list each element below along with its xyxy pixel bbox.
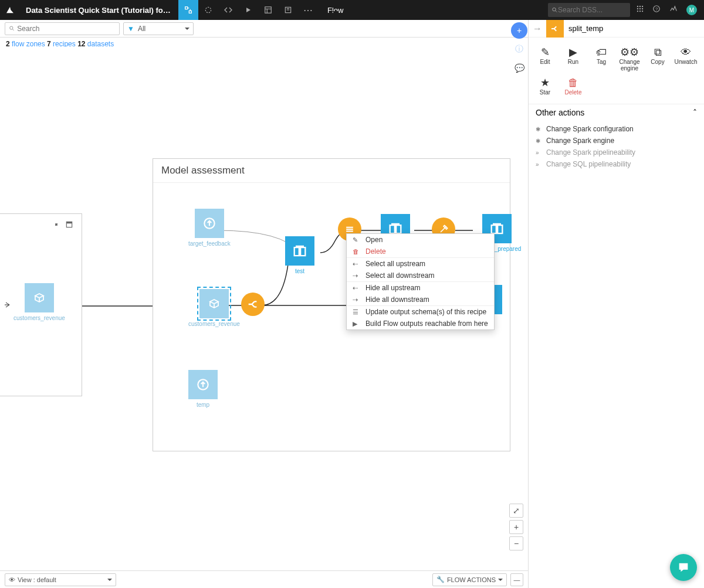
global-search-input[interactable] — [558, 6, 627, 14]
bottom-bar: 👁 View : default 🔧 FLOW ACTIONS — — [0, 570, 528, 588]
oa-spark-pipe[interactable]: »Change Spark pipelineability — [529, 147, 704, 158]
flow-icon[interactable] — [178, 0, 198, 20]
copy-icon: ⧉ — [644, 46, 672, 59]
code-icon[interactable] — [218, 0, 238, 20]
activity-icon[interactable] — [669, 5, 678, 15]
trash-icon: 🗑 — [353, 248, 362, 255]
node-label: test — [285, 268, 314, 274]
ctx-open[interactable]: ✎Open — [347, 234, 494, 246]
svg-rect-1 — [265, 7, 272, 13]
svg-point-11 — [639, 11, 641, 12]
node-recipe-split[interactable] — [241, 293, 265, 316]
svg-point-6 — [642, 6, 643, 7]
apps-icon[interactable] — [636, 5, 644, 15]
svg-rect-17 — [66, 222, 72, 223]
action-unwatch[interactable]: 👁Unwatch — [672, 46, 700, 72]
flow-tab-label[interactable]: Flow — [318, 6, 353, 15]
project-title[interactable]: Data Scientist Quick Start (Tutorial) fo… — [20, 6, 178, 15]
more-icon[interactable]: ⋯ — [298, 0, 318, 20]
action-change-engine[interactable]: ⚙⚙Change engine — [615, 46, 644, 72]
ctx-build-outputs[interactable]: ▶Build Flow outputs reachable from here — [347, 318, 494, 329]
oa-spark-engine[interactable]: ✱Change Spark engine — [529, 135, 704, 147]
flow-filter[interactable]: ▼ All — [123, 22, 194, 35]
svg-point-3 — [553, 8, 556, 11]
forward-icon: » — [536, 149, 544, 156]
action-copy[interactable]: ⧉Copy — [644, 46, 672, 72]
dashboard-icon[interactable] — [258, 0, 278, 20]
oa-spark-conf[interactable]: ✱Change Spark configuration — [529, 123, 704, 135]
chat-bubble-icon[interactable] — [670, 554, 697, 581]
chevron-up-icon: ˄ — [693, 108, 697, 117]
node-customers-revenue[interactable]: customers_revenue — [188, 289, 240, 327]
forward-icon: » — [536, 161, 544, 168]
rail-info-icon[interactable]: ⓘ — [511, 41, 527, 57]
node-test[interactable]: test — [285, 236, 314, 274]
edit-icon: ✎ — [353, 236, 362, 244]
action-tag[interactable]: 🏷Tag — [587, 46, 615, 72]
user-avatar[interactable]: M — [686, 5, 697, 15]
ctx-select-downstream[interactable]: ⇢Select all downstream — [347, 270, 494, 281]
context-menu: ✎Open 🗑Delete ⇠Select all upstream ⇢Sele… — [346, 233, 495, 330]
filter-icon: ▼ — [127, 25, 134, 33]
node-label: customers_revenue — [13, 315, 65, 321]
chevron-down-icon — [498, 579, 503, 583]
svg-point-9 — [642, 8, 643, 9]
arrow-left-icon: ⇠ — [353, 260, 362, 268]
recipe-type-icon — [546, 20, 564, 38]
ctx-select-upstream[interactable]: ⇠Select all upstream — [347, 258, 494, 270]
oa-sql-pipe[interactable]: »Change SQL pipelineability — [529, 158, 704, 170]
ctx-hide-downstream[interactable]: ⇢Hide all downstream — [347, 294, 494, 305]
help-icon[interactable]: ? — [652, 5, 661, 15]
play-icon[interactable] — [238, 0, 258, 20]
flow-actions-button[interactable]: 🔧 FLOW ACTIONS — [432, 573, 507, 586]
gear-icon: ⚙⚙ — [615, 46, 644, 59]
node-temp[interactable]: temp — [188, 370, 218, 408]
svg-point-4 — [637, 6, 638, 7]
play-icon: ▶ — [353, 320, 362, 328]
view-selector[interactable]: 👁 View : default — [5, 573, 116, 586]
ctx-update-schema[interactable]: ☰Update output schema(s) of this recipe — [347, 306, 494, 318]
flow-canvas[interactable]: customers_revenue Model assessment targe… — [0, 47, 528, 570]
svg-point-5 — [639, 6, 641, 7]
rail-add-icon[interactable]: + — [511, 22, 527, 39]
search-icon — [551, 6, 558, 13]
ctx-delete[interactable]: 🗑Delete — [347, 246, 494, 257]
svg-point-8 — [639, 8, 641, 9]
logo-icon[interactable] — [0, 5, 20, 15]
circle-nav-icon[interactable] — [198, 0, 218, 20]
zone-left[interactable]: customers_revenue — [0, 213, 82, 396]
other-actions-list: ✱Change Spark configuration ✱Change Spar… — [529, 121, 704, 172]
gear-icon: ✱ — [536, 138, 544, 144]
ctx-hide-upstream[interactable]: ⇠Hide all upstream — [347, 282, 494, 294]
node-label: customers_revenue — [188, 321, 240, 327]
node-label: target_feedback — [188, 240, 231, 247]
chevron-down-icon — [185, 28, 189, 32]
star-icon: ★ — [531, 76, 559, 89]
node-target-feedback[interactable]: target_feedback — [188, 209, 231, 247]
flow-search-input[interactable] — [15, 25, 116, 33]
trash-icon: 🗑 — [559, 76, 587, 89]
play-icon: ▶ — [559, 46, 587, 59]
svg-text:?: ? — [655, 6, 658, 12]
action-run[interactable]: ▶Run — [559, 46, 587, 72]
other-actions-header[interactable]: Other actions ˄ — [529, 104, 704, 121]
global-search[interactable] — [548, 3, 630, 17]
eye-icon: 👁 — [9, 576, 15, 583]
node-customers-revenue-mini[interactable]: customers_revenue — [13, 283, 65, 321]
fullscreen-zone-icon[interactable] — [65, 220, 73, 232]
rail-comment-icon[interactable]: 💬 — [511, 60, 527, 76]
flow-search[interactable] — [5, 22, 120, 35]
minimize-button[interactable]: — — [510, 573, 523, 586]
collapse-panel-icon[interactable]: → — [529, 23, 546, 34]
action-edit[interactable]: ✎Edit — [531, 46, 559, 72]
action-grid: ✎Edit ▶Run 🏷Tag ⚙⚙Change engine ⧉Copy 👁U… — [529, 38, 704, 104]
action-star[interactable]: ★Star — [531, 76, 559, 96]
action-delete[interactable]: 🗑Delete — [559, 76, 587, 96]
chevron-down-icon — [107, 579, 112, 583]
right-rail: + ⓘ 💬 — [510, 20, 528, 588]
arrow-left-icon: ⇠ — [353, 284, 362, 292]
collapse-zone-icon[interactable] — [52, 220, 60, 232]
wiki-icon[interactable] — [278, 0, 298, 20]
svg-point-15 — [10, 26, 13, 29]
tag-icon: 🏷 — [587, 46, 615, 59]
